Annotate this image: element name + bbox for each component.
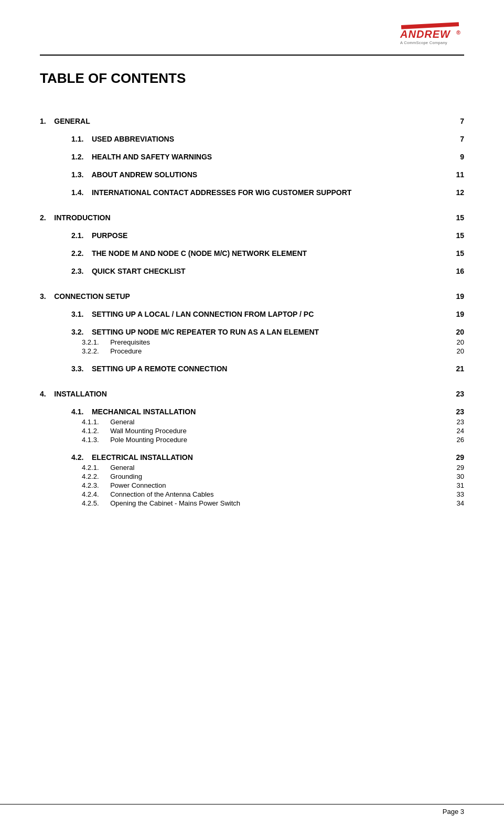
toc-label-3-2: 3.2. SETTING UP NODE M/C REPEATER TO RUN… — [40, 328, 448, 336]
toc-page-3-1: 19 — [448, 310, 464, 318]
toc-entry-1-4: 1.4. INTERNATIONAL CONTACT ADDRESSES FOR… — [40, 188, 464, 197]
toc-entry-1-3: 1.3. ABOUT ANDREW SOLUTIONS 11 — [40, 170, 464, 179]
andrew-logo: ANDREW ® A CommScope Company — [396, 21, 464, 47]
toc-label-4-1-3: 4.1.3. Pole Mounting Procedure — [40, 436, 448, 444]
toc-entry-1-1: 1.1. USED ABBREVIATIONS 7 — [40, 135, 464, 143]
toc-page-4-1-2: 24 — [448, 427, 464, 435]
svg-text:ANDREW: ANDREW — [400, 28, 451, 40]
toc-entry-3-2-1: 3.2.1. Prerequisites 20 — [40, 338, 464, 346]
toc-page-4-2: 29 — [448, 453, 464, 462]
page-header: ANDREW ® A CommScope Company — [40, 21, 464, 56]
toc-page-4-2-5: 34 — [448, 499, 464, 507]
toc-label-2-3: 2.3. QUICK START CHECKLIST — [40, 267, 448, 275]
toc-label-3-3: 3.3. SETTING UP A REMOTE CONNECTION — [40, 364, 448, 373]
toc-page-4-2-1: 29 — [448, 464, 464, 471]
toc-page-1: 7 — [448, 117, 464, 125]
toc-page-4-1-3: 26 — [448, 436, 464, 444]
page-container: ANDREW ® A CommScope Company TABLE OF CO… — [0, 0, 504, 826]
toc-entry-4: 4. INSTALLATION 23 — [40, 390, 464, 398]
toc-entry-4-2-2: 4.2.2. Grounding 30 — [40, 473, 464, 480]
toc-label-4-1-1: 4.1.1. General — [40, 418, 448, 426]
toc-label-4-1: 4.1. MECHANICAL INSTALLATION — [40, 407, 448, 416]
toc-label-1-4: 1.4. INTERNATIONAL CONTACT ADDRESSES FOR… — [40, 188, 448, 197]
toc-label-1: 1. GENERAL — [40, 117, 448, 125]
toc-entry-2: 2. INTRODUCTION 15 — [40, 213, 464, 222]
toc-entry-4-1: 4.1. MECHANICAL INSTALLATION 23 — [40, 407, 464, 416]
toc-label-4-2-5: 4.2.5. Opening the Cabinet - Mains Power… — [40, 499, 448, 507]
toc-label-2-1: 2.1. PURPOSE — [40, 231, 448, 240]
toc-page-4-2-3: 31 — [448, 481, 464, 489]
toc-label-3-1: 3.1. SETTING UP A LOCAL / LAN CONNECTION… — [40, 310, 448, 318]
toc-page-4-1-1: 23 — [448, 418, 464, 426]
toc-page-2-3: 16 — [448, 267, 464, 275]
toc-page-1-1: 7 — [448, 135, 464, 143]
toc-label-1-2: 1.2. HEALTH AND SAFETY WARNINGS — [40, 153, 448, 161]
toc-label-4-2-3: 4.2.3. Power Connection — [40, 481, 448, 489]
toc-entry-4-1-3: 4.1.3. Pole Mounting Procedure 26 — [40, 436, 464, 444]
toc-page-1-2: 9 — [448, 153, 464, 161]
toc-label-4-2-1: 4.2.1. General — [40, 464, 448, 471]
toc-entry-3-1: 3.1. SETTING UP A LOCAL / LAN CONNECTION… — [40, 310, 464, 318]
logo-area: ANDREW ® A CommScope Company — [396, 21, 464, 49]
toc-page-1-4: 12 — [448, 188, 464, 197]
toc-entry-4-1-2: 4.1.2. Wall Mounting Procedure 24 — [40, 427, 464, 435]
svg-text:®: ® — [456, 29, 460, 36]
toc-label-4-2: 4.2. ELECTRICAL INSTALLATION — [40, 453, 448, 462]
toc-label-1-3: 1.3. ABOUT ANDREW SOLUTIONS — [40, 170, 448, 179]
toc-page-2-2: 15 — [448, 249, 464, 258]
toc-label-2: 2. INTRODUCTION — [40, 213, 448, 222]
toc-entry-2-1: 2.1. PURPOSE 15 — [40, 231, 464, 240]
toc-page-3-2-1: 20 — [448, 338, 464, 346]
page-title: TABLE OF CONTENTS — [40, 70, 464, 87]
toc-label-4-2-2: 4.2.2. Grounding — [40, 473, 448, 480]
svg-text:A CommScope Company: A CommScope Company — [400, 40, 447, 45]
toc-label-2-2: 2.2. THE NODE M AND NODE C (NODE M/C) NE… — [40, 249, 448, 258]
toc-page-3-3: 21 — [448, 364, 464, 373]
toc-entry-1-2: 1.2. HEALTH AND SAFETY WARNINGS 9 — [40, 153, 464, 161]
toc-page-4: 23 — [448, 390, 464, 398]
toc-page-4-2-4: 33 — [448, 490, 464, 498]
toc-label-4: 4. INSTALLATION — [40, 390, 448, 398]
toc-page-2-1: 15 — [448, 231, 464, 240]
toc-entry-4-2-3: 4.2.3. Power Connection 31 — [40, 481, 464, 489]
toc-entry-2-2: 2.2. THE NODE M AND NODE C (NODE M/C) NE… — [40, 249, 464, 258]
toc-page-4-1: 23 — [448, 407, 464, 416]
toc-entry-4-2-5: 4.2.5. Opening the Cabinet - Mains Power… — [40, 499, 464, 507]
toc-entry-1: 1. GENERAL 7 — [40, 117, 464, 125]
toc-page-3-2-2: 20 — [448, 347, 464, 355]
toc-section: 1. GENERAL 7 1.1. USED ABBREVIATIONS 7 1… — [40, 102, 464, 507]
toc-page-3: 19 — [448, 292, 464, 301]
toc-entry-3-2: 3.2. SETTING UP NODE M/C REPEATER TO RUN… — [40, 328, 464, 336]
toc-entry-3: 3. CONNECTION SETUP 19 — [40, 292, 464, 301]
toc-entry-4-2: 4.2. ELECTRICAL INSTALLATION 29 — [40, 453, 464, 462]
toc-entry-3-2-2: 3.2.2. Procedure 20 — [40, 347, 464, 355]
footer-page-number: Page 3 — [443, 808, 464, 816]
toc-label-4-1-2: 4.1.2. Wall Mounting Procedure — [40, 427, 448, 435]
page-footer: Page 3 — [0, 804, 504, 816]
toc-entry-4-1-1: 4.1.1. General 23 — [40, 418, 464, 426]
toc-label-3-2-1: 3.2.1. Prerequisites — [40, 338, 448, 346]
toc-entry-3-3: 3.3. SETTING UP A REMOTE CONNECTION 21 — [40, 364, 464, 373]
toc-page-2: 15 — [448, 213, 464, 222]
toc-entry-4-2-1: 4.2.1. General 29 — [40, 464, 464, 471]
toc-label-1-1: 1.1. USED ABBREVIATIONS — [40, 135, 448, 143]
toc-page-4-2-2: 30 — [448, 473, 464, 480]
toc-page-3-2: 20 — [448, 328, 464, 336]
toc-entry-2-3: 2.3. QUICK START CHECKLIST 16 — [40, 267, 464, 275]
toc-label-4-2-4: 4.2.4. Connection of the Antenna Cables — [40, 490, 448, 498]
toc-label-3: 3. CONNECTION SETUP — [40, 292, 448, 301]
toc-label-3-2-2: 3.2.2. Procedure — [40, 347, 448, 355]
toc-entry-4-2-4: 4.2.4. Connection of the Antenna Cables … — [40, 490, 464, 498]
toc-page-1-3: 11 — [448, 170, 464, 179]
